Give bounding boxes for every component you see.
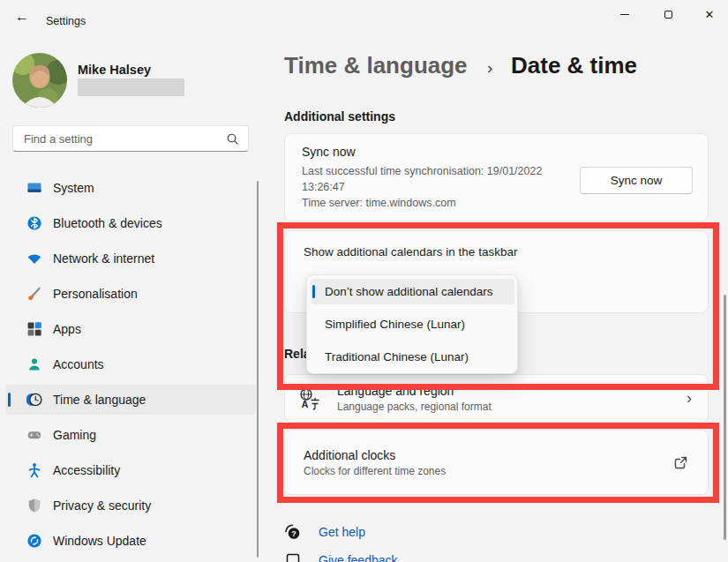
sidebar-item-apps[interactable]: Apps	[5, 314, 256, 344]
sidebar-item-label: Time & language	[53, 393, 146, 407]
back-button[interactable]: ←	[9, 6, 35, 27]
accounts-icon	[26, 356, 42, 372]
dropdown-option-traditional-chinese[interactable]: Traditional Chinese (Lunar)	[311, 344, 514, 370]
additional-clocks-row[interactable]: Additional clocks Clocks for different t…	[284, 430, 709, 495]
close-icon: ✕	[705, 8, 715, 21]
sync-card: Sync now Last successful time synchronis…	[284, 133, 709, 221]
system-icon	[26, 180, 42, 196]
svg-text:?: ?	[291, 529, 296, 538]
svg-text:A: A	[302, 399, 309, 409]
sidebar-item-label: Bluetooth & devices	[53, 216, 162, 230]
selected-accent-bar	[8, 393, 11, 407]
sync-title: Sync now	[302, 145, 356, 159]
sidebar-item-personalisation[interactable]: Personalisation	[5, 279, 256, 309]
sidebar-item-system[interactable]: System	[5, 173, 256, 203]
minimize-icon	[620, 14, 629, 15]
redacted-email-bar	[78, 79, 184, 96]
sidebar-item-label: Network & internet	[53, 251, 154, 266]
dropdown-option-label: Simplified Chinese (Lunar)	[325, 318, 465, 331]
minimize-button[interactable]	[604, 0, 645, 29]
time-language-icon	[26, 392, 42, 408]
maximize-button[interactable]	[648, 0, 688, 29]
gaming-icon	[26, 427, 42, 443]
sidebar-item-gaming[interactable]: Gaming	[5, 420, 256, 450]
back-icon: ←	[15, 9, 29, 25]
give-feedback-icon	[284, 552, 301, 562]
close-button[interactable]: ✕	[689, 0, 728, 29]
profile-name: Mike Halsey	[78, 63, 151, 77]
additional-clocks-text: Additional clocks Clocks for different t…	[304, 448, 673, 477]
sidebar-item-privacy-security[interactable]: Privacy & security	[5, 491, 256, 521]
sync-last-sync-text: Last successful time synchronisation: 19…	[302, 163, 586, 195]
sidebar-item-bluetooth-devices[interactable]: Bluetooth & devices	[5, 208, 256, 238]
settings-window: ← Settings ✕ Mike Halsey Find a setting	[0, 0, 728, 562]
give-feedback-label: Give feedback	[319, 553, 398, 562]
sidebar-nav: System Bluetooth & devices Network & int…	[5, 173, 256, 556]
chevron-right-icon: ›	[687, 389, 692, 408]
sidebar-item-label: Personalisation	[53, 287, 138, 301]
calendar-dropdown: Don’t show additional calendars Simplifi…	[306, 274, 518, 374]
sidebar-item-label: Gaming	[53, 428, 96, 442]
privacy-shield-icon	[26, 498, 42, 513]
get-help-link[interactable]: ? Get help	[284, 523, 365, 541]
additional-clocks-subtitle: Clocks for different time zones	[304, 465, 673, 477]
breadcrumb-chevron-icon: ›	[487, 58, 492, 78]
get-help-label: Get help	[319, 525, 365, 539]
breadcrumb-parent[interactable]: Time & language	[284, 52, 468, 79]
sidebar-item-windows-update[interactable]: Windows Update	[5, 526, 256, 556]
personalisation-icon	[26, 286, 42, 302]
get-help-icon: ?	[284, 523, 301, 541]
maximize-icon	[664, 11, 672, 19]
search-input[interactable]: Find a setting	[12, 125, 249, 152]
sidebar-item-label: Privacy & security	[53, 498, 151, 513]
additional-clocks-title: Additional clocks	[304, 448, 673, 462]
accessibility-icon	[26, 462, 42, 478]
dropdown-option-label: Traditional Chinese (Lunar)	[325, 350, 469, 363]
avatar	[12, 53, 67, 108]
dropdown-option-label: Don’t show additional calendars	[325, 285, 493, 298]
network-icon	[26, 251, 42, 266]
search-placeholder: Find a setting	[24, 132, 226, 146]
external-link-icon	[673, 455, 688, 470]
sidebar-item-accessibility[interactable]: Accessibility	[5, 455, 256, 485]
sidebar-item-time-language[interactable]: Time & language	[5, 385, 256, 415]
sidebar-item-network-internet[interactable]: Network & internet	[5, 244, 256, 274]
windows-update-icon	[26, 533, 42, 549]
sidebar-item-label: System	[53, 181, 94, 195]
dropdown-option-dont-show[interactable]: Don’t show additional calendars	[311, 279, 514, 304]
language-region-icon: A	[299, 387, 320, 410]
sidebar-item-label: Accessibility	[53, 463, 120, 477]
selected-accent-bar	[312, 285, 315, 298]
page-title: Date & time	[511, 52, 637, 79]
sync-now-button[interactable]: Sync now	[580, 167, 693, 194]
window-title: Settings	[46, 15, 86, 27]
apps-icon	[26, 321, 42, 337]
language-region-text: Language and region Language packs, regi…	[337, 384, 687, 413]
sidebar-item-label: Apps	[53, 322, 81, 336]
dropdown-option-simplified-chinese[interactable]: Simplified Chinese (Lunar)	[311, 311, 514, 337]
give-feedback-link[interactable]: Give feedback	[284, 552, 398, 562]
bluetooth-icon	[26, 215, 42, 231]
content-scrollbar[interactable]	[724, 295, 726, 540]
sidebar-item-label: Windows Update	[53, 534, 146, 548]
calendars-label: Show additional calendars in the taskbar	[304, 245, 517, 259]
sync-server-text: Time server: time.windows.com	[302, 197, 456, 209]
search-icon	[226, 132, 239, 146]
language-region-row[interactable]: A Language and region Language packs, re…	[284, 374, 709, 423]
language-region-title: Language and region	[337, 384, 687, 398]
sidebar-item-accounts[interactable]: Accounts	[5, 349, 256, 379]
sidebar-item-label: Accounts	[53, 357, 104, 371]
sidebar-scrollbar[interactable]	[257, 181, 259, 558]
language-region-subtitle: Language packs, regional format	[337, 401, 687, 413]
section-header: Additional settings	[284, 109, 395, 124]
